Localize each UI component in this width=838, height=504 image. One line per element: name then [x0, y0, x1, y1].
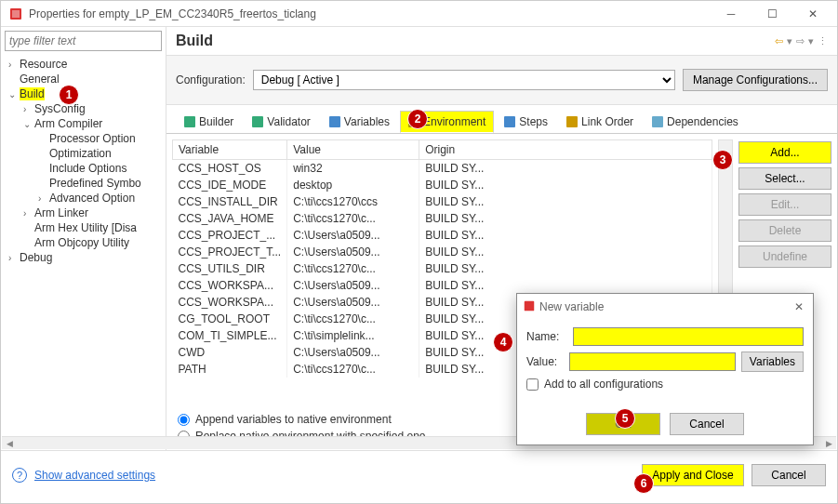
configuration-label: Configuration:	[176, 73, 246, 86]
name-input[interactable]	[573, 327, 804, 346]
tree-item-predefined-symbo[interactable]: Predefined Symbo	[1, 176, 166, 191]
tree-item-arm-objcopy-utility[interactable]: Arm Objcopy Utility	[1, 235, 166, 250]
cell-variable: COM_TI_SIMPLE...	[173, 327, 287, 344]
variables-button[interactable]: Variables	[741, 351, 804, 372]
callout-badge-1: 1	[59, 85, 79, 105]
tree-item-processor-option[interactable]: Processor Option	[1, 131, 166, 146]
cell-origin: BUILD SY...	[419, 177, 712, 193]
minimize-button[interactable]: ─	[711, 2, 752, 26]
back-dropdown-icon[interactable]: ▾	[787, 35, 792, 47]
filter-input[interactable]	[5, 31, 162, 51]
validator-icon	[252, 116, 263, 127]
tree-item-optimization[interactable]: Optimization	[1, 146, 166, 161]
callout-badge-4: 4	[493, 332, 513, 352]
configuration-select[interactable]: Debug [ Active ]	[253, 70, 675, 90]
undefine-button[interactable]: Undefine	[738, 245, 831, 268]
value-label: Value:	[526, 355, 564, 368]
menu-icon[interactable]: ⋮	[818, 35, 828, 47]
cell-variable: CCS_JAVA_HOME	[173, 210, 287, 227]
tree-item-arm-linker[interactable]: ›Arm Linker	[1, 206, 166, 220]
new-variable-dialog: New variable ✕ Name: Value: Variables Ad…	[516, 293, 814, 445]
link-order-icon	[566, 116, 578, 127]
cell-value: C:\Users\a0509...	[287, 227, 419, 244]
tree-item-resource[interactable]: ›Resource	[1, 57, 166, 72]
table-row[interactable]: CCS_PROJECT_T...C:\Users\a0509...BUILD S…	[173, 244, 712, 260]
close-button[interactable]: ✕	[792, 2, 833, 26]
cell-origin: BUILD SY...	[419, 227, 712, 244]
footer: ? Show advanced settings Apply and Close…	[1, 450, 837, 498]
append-radio[interactable]	[178, 414, 190, 426]
table-row[interactable]: CCS_PROJECT_...C:\Users\a0509...BUILD SY…	[173, 227, 712, 244]
table-row[interactable]: CCS_INSTALL_DIRC:\ti\ccs1270\ccsBUILD SY…	[173, 193, 712, 210]
cell-value: C:\ti\ccs1270\ccs	[287, 193, 419, 210]
scroll-right-icon[interactable]: ▶	[821, 437, 836, 450]
help-icon[interactable]: ?	[12, 468, 27, 483]
add-all-checkbox[interactable]	[526, 378, 539, 391]
cell-value: win32	[287, 160, 419, 178]
tab-steps[interactable]: Steps	[496, 111, 556, 133]
delete-button[interactable]: Delete	[738, 219, 831, 242]
apply-and-close-button[interactable]: Apply and Close	[642, 464, 744, 486]
tab-dependencies[interactable]: Dependencies	[644, 111, 747, 133]
edit-button[interactable]: Edit...	[738, 193, 831, 216]
dialog-icon	[523, 299, 536, 315]
tree-item-debug[interactable]: ›Debug	[1, 250, 166, 265]
svg-rect-8	[652, 116, 663, 127]
cell-value: C:\ti\ccs1270\c...	[287, 260, 419, 277]
table-row[interactable]: CCS_JAVA_HOMEC:\ti\ccs1270\c...BUILD SY.…	[173, 210, 712, 227]
col-header-variable[interactable]: Variable	[173, 140, 287, 160]
app-icon	[8, 7, 23, 21]
tree-item-general[interactable]: General	[1, 72, 166, 86]
cancel-button[interactable]: Cancel	[752, 464, 826, 486]
select-button[interactable]: Select...	[738, 167, 831, 190]
forward-dropdown-icon[interactable]: ▾	[808, 35, 814, 47]
tree-item-sysconfig[interactable]: ›SysConfig	[1, 101, 166, 116]
table-row[interactable]: CCS_UTILS_DIRC:\ti\ccs1270\c...BUILD SY.…	[173, 260, 712, 277]
cell-variable: CCS_WORKSPA...	[173, 277, 287, 294]
tree-item-build[interactable]: ⌄Build	[1, 86, 166, 101]
tree-item-arm-compiler[interactable]: ⌄Arm Compiler	[1, 116, 166, 131]
configuration-row: Configuration: Debug [ Active ] Manage C…	[166, 56, 837, 105]
cell-origin: BUILD SY...	[419, 260, 712, 277]
sidebar: ›ResourceGeneral⌄Build›SysConfig⌄Arm Com…	[1, 27, 166, 450]
tree-item-arm-hex-utility-disa[interactable]: Arm Hex Utility [Disa	[1, 220, 166, 235]
dialog-cancel-button[interactable]: Cancel	[670, 413, 744, 435]
cell-variable: CCS_WORKSPA...	[173, 294, 287, 311]
cell-value: C:\ti\ccs1270\c...	[287, 361, 419, 378]
tab-variables[interactable]: Variables	[321, 111, 398, 133]
tree-item-include-options[interactable]: Include Options	[1, 161, 166, 176]
variables-icon	[329, 116, 340, 127]
cell-origin: BUILD SY...	[419, 277, 712, 294]
append-radio-label: Append variables to native environment	[195, 413, 392, 426]
forward-icon[interactable]: ⇨	[796, 35, 805, 47]
cell-value: C:\Users\a0509...	[287, 244, 419, 260]
table-row[interactable]: CCS_HOST_OSwin32BUILD SY...	[173, 160, 712, 178]
page-header: Build ⇦ ▾ ⇨ ▾ ⋮	[166, 27, 837, 56]
value-input[interactable]	[569, 352, 736, 371]
add-button[interactable]: Add...	[738, 141, 831, 164]
back-icon[interactable]: ⇦	[775, 35, 783, 47]
cell-value: desktop	[287, 177, 419, 193]
maximize-button[interactable]: ☐	[752, 2, 792, 26]
table-row[interactable]: CCS_IDE_MODEdesktopBUILD SY...	[173, 177, 712, 193]
dialog-close-icon[interactable]: ✕	[791, 300, 807, 313]
cell-variable: CCS_UTILS_DIR	[173, 260, 287, 277]
cell-origin: BUILD SY...	[419, 244, 712, 260]
tab-validator[interactable]: Validator	[244, 111, 318, 133]
col-header-value[interactable]: Value	[287, 140, 419, 160]
tab-link-order[interactable]: Link Order	[558, 111, 642, 133]
cell-variable: CWD	[173, 344, 287, 361]
dependencies-icon	[652, 116, 663, 127]
cell-variable: PATH	[173, 361, 287, 378]
scroll-left-icon[interactable]: ◀	[2, 437, 17, 450]
svg-rect-7	[566, 116, 578, 127]
tree-item-advanced-option[interactable]: ›Advanced Option	[1, 191, 166, 206]
cell-variable: CCS_HOST_OS	[173, 160, 287, 178]
table-row[interactable]: CCS_WORKSPA...C:\Users\a0509...BUILD SY.…	[173, 277, 712, 294]
svg-rect-6	[504, 116, 515, 127]
tab-builder[interactable]: Builder	[176, 111, 242, 133]
manage-configurations-button[interactable]: Manage Configurations...	[683, 69, 828, 91]
show-advanced-link[interactable]: Show advanced settings	[34, 469, 155, 482]
col-header-origin[interactable]: Origin	[419, 140, 712, 160]
callout-badge-6: 6	[633, 473, 654, 494]
